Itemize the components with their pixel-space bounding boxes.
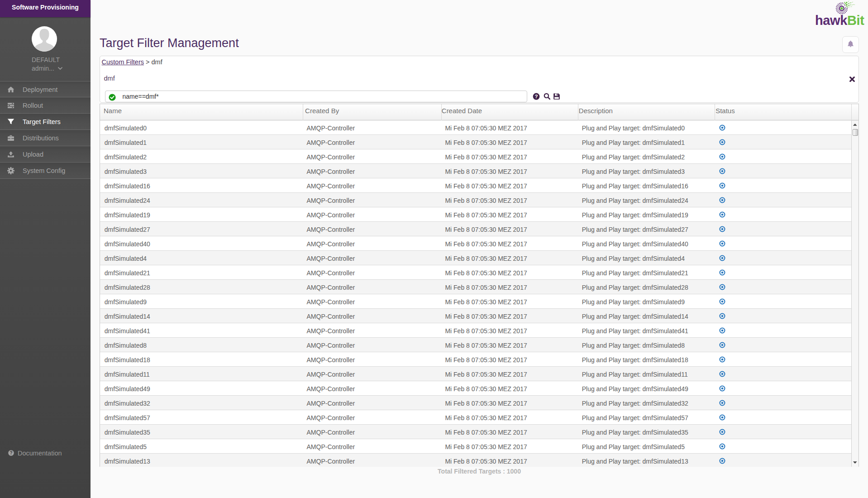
svg-text:?: ? <box>10 450 12 455</box>
svg-text:?: ? <box>534 93 538 99</box>
